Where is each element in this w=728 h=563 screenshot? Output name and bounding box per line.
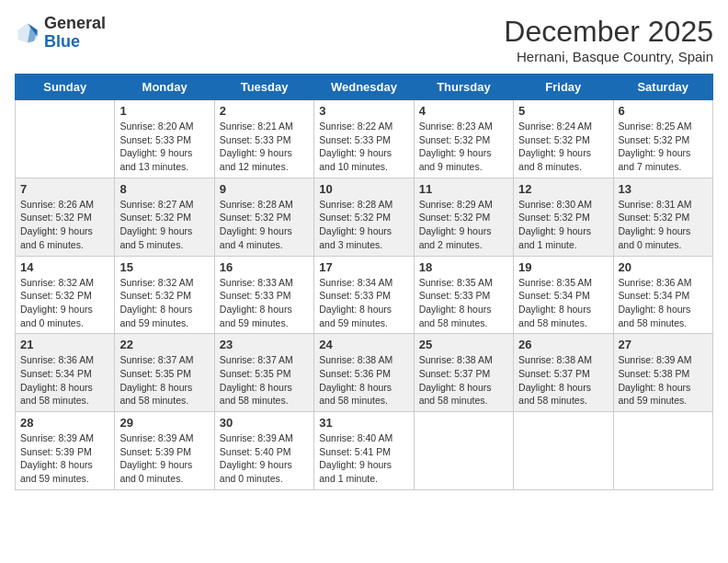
day-number: 24 bbox=[319, 338, 408, 351]
calendar-cell bbox=[16, 100, 115, 178]
calendar-cell: 2Sunrise: 8:21 AM Sunset: 5:33 PM Daylig… bbox=[214, 100, 313, 178]
day-info: Sunrise: 8:31 AM Sunset: 5:32 PM Dayligh… bbox=[619, 198, 708, 252]
page-header: General Blue December 2025 Hernani, Basq… bbox=[15, 15, 713, 64]
calendar-cell: 4Sunrise: 8:23 AM Sunset: 5:32 PM Daylig… bbox=[414, 100, 513, 178]
day-info: Sunrise: 8:36 AM Sunset: 5:34 PM Dayligh… bbox=[20, 353, 109, 408]
calendar-cell: 25Sunrise: 8:38 AM Sunset: 5:37 PM Dayli… bbox=[414, 334, 513, 412]
day-info: Sunrise: 8:37 AM Sunset: 5:35 PM Dayligh… bbox=[119, 353, 209, 408]
calendar-cell: 7Sunrise: 8:26 AM Sunset: 5:32 PM Daylig… bbox=[16, 178, 115, 256]
day-number: 22 bbox=[119, 338, 209, 351]
day-header-thursday: Thursday bbox=[414, 75, 513, 100]
calendar-cell: 15Sunrise: 8:32 AM Sunset: 5:32 PM Dayli… bbox=[115, 256, 214, 334]
month-title: December 2025 bbox=[504, 15, 713, 49]
calendar-cell: 6Sunrise: 8:25 AM Sunset: 5:32 PM Daylig… bbox=[613, 100, 712, 178]
calendar-cell: 3Sunrise: 8:22 AM Sunset: 5:33 PM Daylig… bbox=[314, 100, 414, 178]
logo-blue-text: Blue bbox=[44, 32, 80, 51]
day-number: 14 bbox=[20, 260, 109, 274]
day-number: 23 bbox=[220, 338, 309, 351]
calendar-cell: 20Sunrise: 8:36 AM Sunset: 5:34 PM Dayli… bbox=[613, 256, 712, 334]
day-info: Sunrise: 8:33 AM Sunset: 5:33 PM Dayligh… bbox=[220, 276, 309, 330]
day-number: 2 bbox=[220, 104, 309, 118]
day-number: 9 bbox=[220, 182, 309, 196]
calendar-cell: 26Sunrise: 8:38 AM Sunset: 5:37 PM Dayli… bbox=[514, 334, 613, 412]
day-info: Sunrise: 8:40 AM Sunset: 5:41 PM Dayligh… bbox=[319, 431, 408, 486]
day-number: 20 bbox=[619, 260, 708, 274]
day-number: 17 bbox=[319, 260, 408, 274]
day-number: 4 bbox=[419, 104, 508, 118]
day-info: Sunrise: 8:30 AM Sunset: 5:32 PM Dayligh… bbox=[518, 198, 608, 252]
day-info: Sunrise: 8:38 AM Sunset: 5:37 PM Dayligh… bbox=[518, 353, 608, 408]
calendar-cell bbox=[414, 412, 513, 490]
day-info: Sunrise: 8:26 AM Sunset: 5:32 PM Dayligh… bbox=[20, 198, 109, 252]
calendar-cell: 23Sunrise: 8:37 AM Sunset: 5:35 PM Dayli… bbox=[214, 334, 313, 412]
day-number: 19 bbox=[518, 260, 608, 274]
calendar-cell: 12Sunrise: 8:30 AM Sunset: 5:32 PM Dayli… bbox=[514, 178, 613, 256]
calendar-table: SundayMondayTuesdayWednesdayThursdayFrid… bbox=[15, 74, 713, 490]
day-number: 1 bbox=[119, 104, 209, 118]
calendar-cell: 5Sunrise: 8:24 AM Sunset: 5:32 PM Daylig… bbox=[514, 100, 613, 178]
calendar-cell: 9Sunrise: 8:28 AM Sunset: 5:32 PM Daylig… bbox=[214, 178, 313, 256]
day-number: 27 bbox=[619, 338, 708, 351]
day-info: Sunrise: 8:24 AM Sunset: 5:32 PM Dayligh… bbox=[518, 120, 608, 174]
logo: General Blue bbox=[15, 15, 106, 52]
day-header-monday: Monday bbox=[115, 75, 214, 100]
calendar-header-row: SundayMondayTuesdayWednesdayThursdayFrid… bbox=[16, 75, 713, 100]
day-number: 31 bbox=[319, 416, 408, 430]
day-number: 29 bbox=[119, 416, 209, 430]
day-info: Sunrise: 8:32 AM Sunset: 5:32 PM Dayligh… bbox=[20, 276, 109, 330]
day-number: 30 bbox=[220, 416, 309, 430]
calendar-cell: 27Sunrise: 8:39 AM Sunset: 5:38 PM Dayli… bbox=[613, 334, 712, 412]
day-info: Sunrise: 8:39 AM Sunset: 5:39 PM Dayligh… bbox=[20, 431, 109, 486]
day-info: Sunrise: 8:25 AM Sunset: 5:32 PM Dayligh… bbox=[619, 120, 708, 174]
calendar-cell: 11Sunrise: 8:29 AM Sunset: 5:32 PM Dayli… bbox=[414, 178, 513, 256]
calendar-cell: 29Sunrise: 8:39 AM Sunset: 5:39 PM Dayli… bbox=[115, 412, 214, 490]
day-number: 3 bbox=[319, 104, 408, 118]
day-info: Sunrise: 8:35 AM Sunset: 5:34 PM Dayligh… bbox=[518, 276, 608, 330]
calendar-cell bbox=[613, 412, 712, 490]
day-number: 26 bbox=[518, 338, 608, 351]
calendar-cell: 16Sunrise: 8:33 AM Sunset: 5:33 PM Dayli… bbox=[214, 256, 313, 334]
calendar-week-row: 1Sunrise: 8:20 AM Sunset: 5:33 PM Daylig… bbox=[16, 100, 713, 178]
title-area: December 2025 Hernani, Basque Country, S… bbox=[504, 15, 713, 64]
day-number: 8 bbox=[119, 182, 209, 196]
day-info: Sunrise: 8:36 AM Sunset: 5:34 PM Dayligh… bbox=[619, 276, 708, 330]
day-info: Sunrise: 8:37 AM Sunset: 5:35 PM Dayligh… bbox=[220, 353, 309, 408]
calendar-week-row: 14Sunrise: 8:32 AM Sunset: 5:32 PM Dayli… bbox=[16, 256, 713, 334]
day-number: 18 bbox=[419, 260, 508, 274]
day-info: Sunrise: 8:39 AM Sunset: 5:40 PM Dayligh… bbox=[220, 431, 309, 486]
logo-text: General Blue bbox=[44, 15, 106, 52]
day-info: Sunrise: 8:38 AM Sunset: 5:36 PM Dayligh… bbox=[319, 353, 408, 408]
calendar-cell: 10Sunrise: 8:28 AM Sunset: 5:32 PM Dayli… bbox=[314, 178, 414, 256]
day-info: Sunrise: 8:32 AM Sunset: 5:32 PM Dayligh… bbox=[119, 276, 209, 330]
day-info: Sunrise: 8:34 AM Sunset: 5:33 PM Dayligh… bbox=[319, 276, 408, 330]
calendar-cell: 22Sunrise: 8:37 AM Sunset: 5:35 PM Dayli… bbox=[115, 334, 214, 412]
logo-icon bbox=[15, 20, 40, 46]
day-number: 12 bbox=[518, 182, 608, 196]
day-number: 28 bbox=[20, 416, 109, 430]
calendar-cell: 17Sunrise: 8:34 AM Sunset: 5:33 PM Dayli… bbox=[314, 256, 414, 334]
day-info: Sunrise: 8:39 AM Sunset: 5:39 PM Dayligh… bbox=[119, 431, 209, 486]
day-info: Sunrise: 8:29 AM Sunset: 5:32 PM Dayligh… bbox=[419, 198, 508, 252]
calendar-cell: 28Sunrise: 8:39 AM Sunset: 5:39 PM Dayli… bbox=[16, 412, 115, 490]
day-number: 16 bbox=[220, 260, 309, 274]
day-number: 7 bbox=[20, 182, 109, 196]
calendar-cell: 21Sunrise: 8:36 AM Sunset: 5:34 PM Dayli… bbox=[16, 334, 115, 412]
calendar-cell: 24Sunrise: 8:38 AM Sunset: 5:36 PM Dayli… bbox=[314, 334, 414, 412]
day-number: 15 bbox=[119, 260, 209, 274]
location-subtitle: Hernani, Basque Country, Spain bbox=[504, 49, 713, 64]
logo-general-text: General bbox=[44, 14, 106, 32]
day-header-sunday: Sunday bbox=[16, 75, 115, 100]
day-number: 21 bbox=[20, 338, 109, 351]
day-info: Sunrise: 8:23 AM Sunset: 5:32 PM Dayligh… bbox=[419, 120, 508, 174]
day-number: 13 bbox=[619, 182, 708, 196]
calendar-cell: 1Sunrise: 8:20 AM Sunset: 5:33 PM Daylig… bbox=[115, 100, 214, 178]
day-number: 10 bbox=[319, 182, 408, 196]
day-header-friday: Friday bbox=[514, 75, 613, 100]
day-info: Sunrise: 8:28 AM Sunset: 5:32 PM Dayligh… bbox=[319, 198, 408, 252]
day-info: Sunrise: 8:21 AM Sunset: 5:33 PM Dayligh… bbox=[220, 120, 309, 174]
calendar-cell: 14Sunrise: 8:32 AM Sunset: 5:32 PM Dayli… bbox=[16, 256, 115, 334]
day-info: Sunrise: 8:22 AM Sunset: 5:33 PM Dayligh… bbox=[319, 120, 408, 174]
day-info: Sunrise: 8:39 AM Sunset: 5:38 PM Dayligh… bbox=[619, 353, 708, 408]
calendar-week-row: 28Sunrise: 8:39 AM Sunset: 5:39 PM Dayli… bbox=[16, 412, 713, 490]
calendar-cell: 8Sunrise: 8:27 AM Sunset: 5:32 PM Daylig… bbox=[115, 178, 214, 256]
